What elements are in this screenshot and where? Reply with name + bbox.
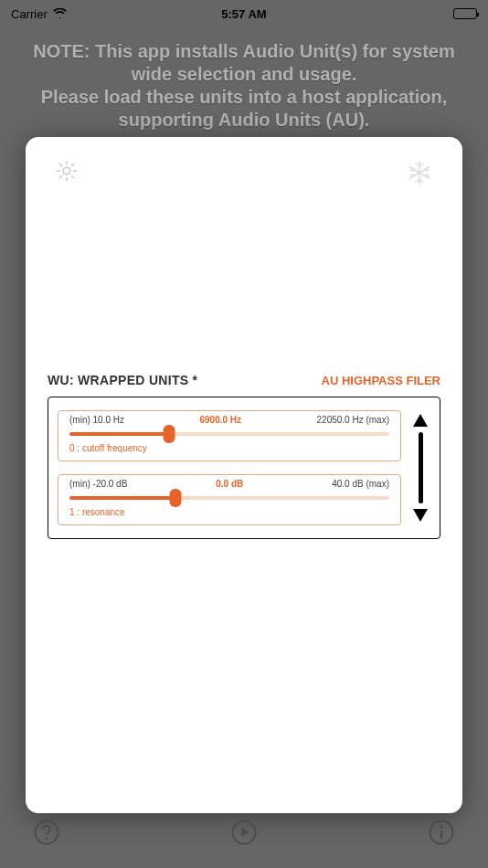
note-line2: wide selection and usage. — [13, 63, 475, 86]
scrollbar-track[interactable] — [419, 432, 423, 503]
svg-rect-17 — [440, 831, 443, 839]
param-value-label: 6900.0 Hz — [199, 415, 241, 425]
status-time: 5:57 AM — [221, 7, 266, 21]
panel-title: WU: WRAPPED UNITS * — [48, 373, 197, 387]
parameters-panel: (min) 10.0 Hz 6900.0 Hz 22050.0 Hz (max)… — [48, 397, 440, 539]
svg-point-0 — [63, 167, 70, 175]
param-max-label: 22050.0 Hz (max) — [317, 415, 389, 425]
param-cutoff-frequency: (min) 10.0 Hz 6900.0 Hz 22050.0 Hz (max)… — [58, 410, 401, 461]
modal-card: WU: WRAPPED UNITS * AU HIGHPASS FILER (m… — [26, 137, 462, 813]
modal-top-icons — [48, 159, 440, 190]
param-resonance: (min) -20.0 dB 0.0 dB 40.0 dB (max) 1 : … — [58, 474, 401, 525]
params-scrollbar[interactable] — [410, 410, 430, 525]
status-bar: Carrier 5:57 AM — [0, 0, 488, 27]
panel-title-row: WU: WRAPPED UNITS * AU HIGHPASS FILER — [48, 373, 440, 387]
params-list: (min) 10.0 Hz 6900.0 Hz 22050.0 Hz (max)… — [58, 410, 401, 525]
carrier-label: Carrier — [11, 7, 48, 21]
info-icon[interactable] — [428, 819, 455, 846]
param-value-label: 0.0 dB — [216, 479, 243, 489]
unit-name: AU HIGHPASS FILER — [322, 374, 441, 387]
snowflake-icon[interactable] — [406, 159, 433, 190]
status-left: Carrier — [11, 7, 67, 21]
battery-icon — [453, 8, 477, 19]
param-name-label: 0 : cutoff frequency — [69, 443, 389, 453]
note-line1: NOTE: This app installs Audio Unit(s) fo… — [13, 40, 475, 63]
note-line3: Please load these units into a host appl… — [13, 86, 475, 109]
note-line4: supporting Audio Units (AU). — [13, 109, 475, 132]
play-icon[interactable] — [230, 819, 258, 846]
param-name-label: 1 : resonance — [69, 507, 389, 517]
slider-fill — [69, 432, 169, 436]
scrollbar-thumb[interactable] — [419, 432, 423, 503]
param-max-label: 40.0 dB (max) — [332, 479, 389, 489]
svg-point-16 — [440, 826, 443, 829]
background-note: NOTE: This app installs Audio Unit(s) fo… — [0, 27, 488, 132]
svg-line-8 — [71, 164, 73, 165]
param-min-label: (min) -20.0 dB — [69, 479, 127, 489]
slider-fill — [69, 496, 175, 500]
wifi-icon — [53, 7, 67, 21]
status-right — [453, 8, 477, 19]
svg-line-5 — [59, 164, 61, 165]
sun-icon[interactable] — [55, 159, 79, 190]
scroll-up-icon[interactable] — [413, 414, 428, 427]
param-min-label: (min) 10.0 Hz — [69, 415, 124, 425]
svg-line-7 — [59, 175, 61, 177]
svg-point-12 — [36, 821, 58, 844]
param-slider[interactable] — [69, 491, 389, 505]
svg-line-6 — [71, 175, 73, 177]
help-icon[interactable] — [33, 819, 60, 846]
param-slider[interactable] — [69, 427, 389, 441]
scroll-down-icon[interactable] — [413, 509, 428, 522]
svg-point-13 — [46, 838, 48, 840]
bottom-toolbar — [0, 819, 488, 846]
slider-thumb[interactable] — [169, 489, 181, 507]
slider-thumb[interactable] — [163, 425, 175, 443]
